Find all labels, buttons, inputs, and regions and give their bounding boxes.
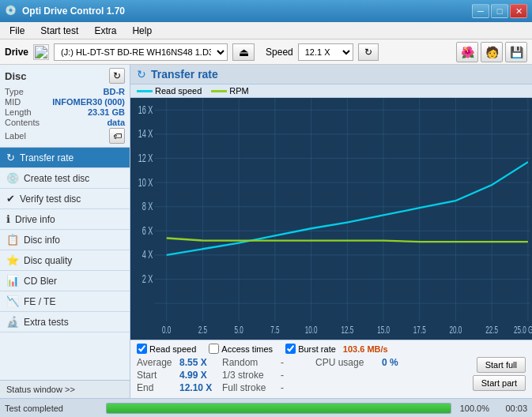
nav-fe-te[interactable]: 📉 FE / TE — [0, 291, 130, 312]
chart-header: ↻ Transfer rate — [130, 65, 532, 85]
bottom-bar: Test completed 100.0% 00:03 — [0, 398, 532, 417]
legend-rpm-color — [211, 90, 227, 92]
disc-mid-value: INFOMER30 (000) — [52, 97, 125, 107]
nav-extra-tests[interactable]: 🔬 Extra tests — [0, 312, 130, 332]
nav-drive-info[interactable]: ℹ Drive info — [0, 209, 130, 230]
menu-start-test[interactable]: Start test — [34, 24, 85, 38]
disc-label-label: Label — [5, 131, 26, 141]
checkboxes-row: Read speed Access times Burst rate 103.6… — [137, 344, 526, 354]
nav-verify-test-disc[interactable]: ✔ Verify test disc — [0, 189, 130, 209]
stats-buttons: Start full Start part — [473, 357, 526, 395]
nav-transfer-rate[interactable]: ↻ Transfer rate — [0, 148, 130, 168]
right-panel: ↻ Transfer rate Read speed RPM — [130, 65, 532, 398]
eject-button[interactable]: ⏏ — [232, 43, 255, 61]
burst-rate-checkbox[interactable] — [285, 344, 296, 354]
burst-rate-value: 103.6 MB/s — [343, 344, 388, 354]
minimize-button[interactable]: ─ — [472, 4, 489, 18]
read-speed-checkbox-item: Read speed — [137, 344, 196, 354]
svg-text:10 X: 10 X — [138, 176, 153, 188]
random-value: - — [281, 357, 312, 368]
nav-create-test-disc[interactable]: 💿 Create test disc — [0, 168, 130, 189]
nav-create-test-disc-label: Create test disc — [24, 173, 89, 184]
disc-length-value: 23.31 GB — [88, 107, 125, 117]
verify-test-disc-icon: ✔ — [6, 193, 15, 205]
progress-bar-fill — [107, 404, 451, 413]
svg-text:7.5: 7.5 — [270, 325, 279, 336]
extra-tests-icon: 🔬 — [6, 316, 19, 328]
toolbar-icon-3[interactable]: 💾 — [505, 42, 527, 62]
disc-label-button[interactable]: 🏷 — [109, 128, 125, 144]
drive-select[interactable]: (J:) HL-DT-ST BD-RE WH16NS48 1.D3 — [54, 43, 228, 61]
start-value: 4.99 X — [179, 370, 219, 381]
speed-select[interactable]: 12.1 X — [298, 43, 353, 61]
access-times-checkbox[interactable] — [209, 344, 219, 354]
transfer-rate-icon: ↻ — [6, 152, 15, 163]
access-times-checkbox-item: Access times — [209, 344, 273, 354]
access-times-checkbox-label: Access times — [221, 344, 273, 354]
svg-text:16 X: 16 X — [138, 103, 153, 115]
legend-rpm-label: RPM — [229, 86, 248, 96]
toolbar-icon-1[interactable]: 🌺 — [456, 42, 478, 62]
svg-text:12.5: 12.5 — [341, 325, 353, 336]
speed-refresh-button[interactable]: ↻ — [358, 43, 379, 61]
full-stroke-value: - — [281, 382, 312, 393]
start-part-button[interactable]: Start part — [473, 375, 526, 391]
svg-text:12 X: 12 X — [138, 152, 153, 163]
average-value: 8.55 X — [179, 357, 219, 368]
nav-verify-test-disc-label: Verify test disc — [20, 193, 81, 205]
chart-area: 16 X 14 X 12 X 10 X 8 X 6 X 4 X 2 X 0.0 … — [130, 98, 532, 340]
burst-rate-checkbox-item: Burst rate 103.6 MB/s — [285, 344, 388, 354]
menu-help[interactable]: Help — [126, 24, 158, 38]
maximize-button[interactable]: □ — [491, 4, 508, 18]
start-full-button[interactable]: Start full — [477, 357, 526, 373]
start-label: Start — [137, 370, 176, 381]
svg-text:22.5: 22.5 — [485, 325, 498, 336]
menu-extra[interactable]: Extra — [88, 24, 123, 38]
svg-text:0.0: 0.0 — [162, 325, 171, 336]
random-label: Random — [222, 357, 277, 368]
drive-bar: Drive (J:) HL-DT-ST BD-RE WH16NS48 1.D3 … — [0, 39, 532, 65]
disc-contents-label: Contents — [5, 118, 40, 127]
nav-disc-info[interactable]: 📋 Disc info — [0, 230, 130, 250]
nav-disc-quality[interactable]: ⭐ Disc quality — [0, 250, 130, 271]
read-speed-checkbox-label: Read speed — [149, 344, 196, 354]
svg-text:25.0 GB: 25.0 GB — [514, 325, 532, 336]
disc-quality-icon: ⭐ — [6, 254, 19, 266]
disc-length-label: Length — [5, 107, 32, 117]
drive-icon — [33, 44, 49, 60]
status-window-button[interactable]: Status window >> — [0, 380, 130, 398]
svg-text:20.0: 20.0 — [450, 325, 462, 336]
progress-bar-container — [106, 403, 451, 414]
create-test-disc-icon: 💿 — [6, 172, 19, 184]
nav-drive-info-label: Drive info — [15, 214, 55, 225]
drive-info-icon: ℹ — [6, 213, 10, 225]
disc-refresh-button[interactable]: ↻ — [109, 68, 125, 84]
app-icon: 💿 — [5, 5, 17, 17]
average-label: Average — [137, 357, 176, 368]
third-stroke-value: - — [281, 370, 312, 381]
close-button[interactable]: ✕ — [510, 4, 527, 18]
disc-type-value: BD-R — [104, 87, 126, 96]
read-speed-checkbox[interactable] — [137, 344, 147, 354]
nav-cd-bler[interactable]: 📊 CD Bler — [0, 271, 130, 291]
svg-text:17.5: 17.5 — [413, 325, 426, 336]
disc-section: Disc ↻ Type BD-R MID INFOMER30 (000) Len… — [0, 65, 130, 148]
disc-info-icon: 📋 — [6, 234, 19, 246]
stats-area: Read speed Access times Burst rate 103.6… — [130, 340, 532, 398]
disc-contents-value: data — [107, 118, 125, 127]
drive-label: Drive — [5, 47, 28, 58]
svg-text:4 X: 4 X — [142, 249, 153, 261]
speed-label: Speed — [266, 47, 293, 58]
full-stroke-label: Full stroke — [222, 382, 277, 393]
chart-title: Transfer rate — [151, 68, 218, 81]
menu-file[interactable]: File — [3, 24, 31, 38]
toolbar-icon-2[interactable]: 🧑 — [481, 42, 503, 62]
legend-read-color — [137, 90, 153, 92]
time-display: 00:03 — [496, 404, 527, 413]
nav-items: ↻ Transfer rate 💿 Create test disc ✔ Ver… — [0, 148, 130, 380]
title-bar: 💿 Opti Drive Control 1.70 ─ □ ✕ — [0, 0, 532, 22]
nav-transfer-rate-label: Transfer rate — [20, 152, 74, 163]
end-label: End — [137, 382, 176, 393]
progress-percent: 100.0% — [458, 404, 489, 413]
svg-text:8 X: 8 X — [142, 200, 153, 212]
